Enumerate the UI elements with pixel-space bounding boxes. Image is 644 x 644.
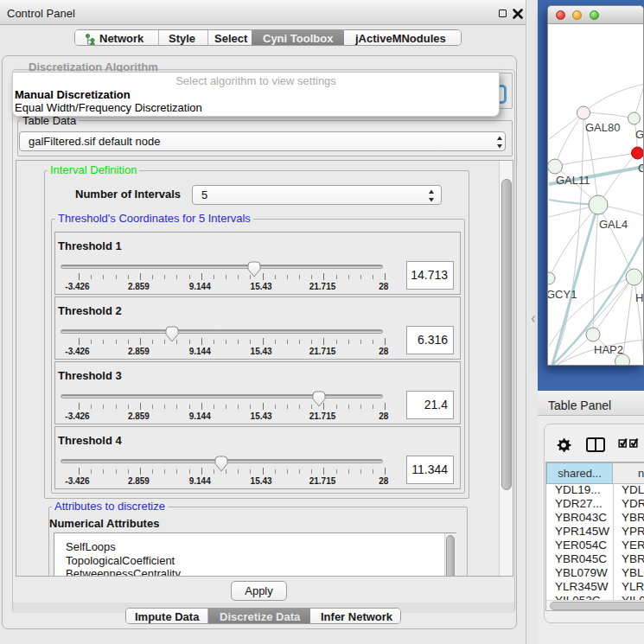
svg-text:GAL4: GAL4: [599, 218, 628, 231]
svg-text:H: H: [635, 291, 643, 304]
svg-text:GCY1: GCY1: [548, 288, 577, 301]
svg-text:GAL80: GAL80: [585, 121, 620, 134]
svg-text:C: C: [638, 162, 644, 175]
svg-text:GAL11: GAL11: [556, 174, 590, 187]
svg-text:GA: GA: [635, 128, 644, 141]
svg-text:HAP2: HAP2: [594, 343, 623, 356]
